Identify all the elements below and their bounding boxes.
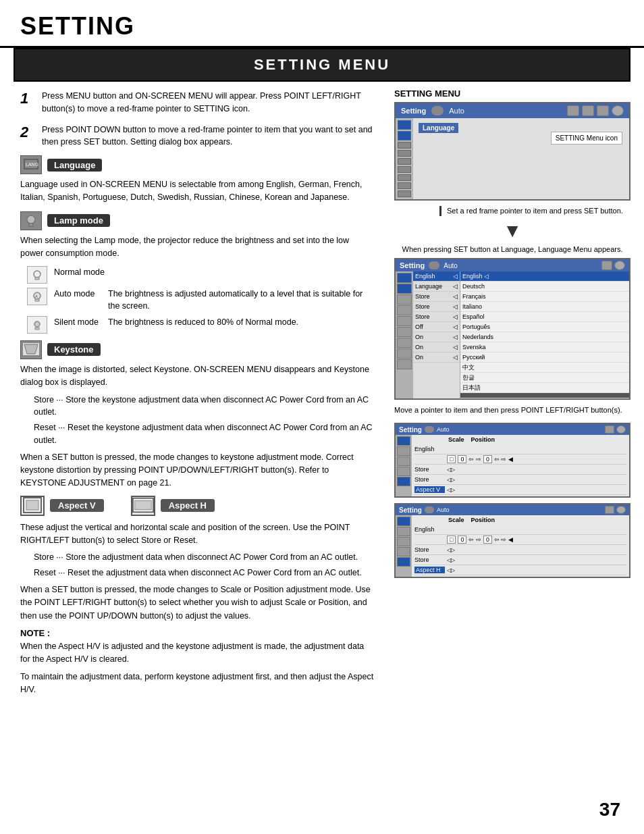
lamp-normal-item: Normal mode — [27, 266, 374, 284]
lang-center-on1: On◁ — [413, 332, 460, 342]
aspect-h-panel: Setting Auto — [394, 503, 630, 578]
sidebar-item-6 — [398, 166, 411, 173]
keystone-feature-label: Keystone — [20, 340, 374, 359]
svg-rect-3 — [29, 224, 33, 226]
silent-mode-label: Silent mode — [54, 316, 101, 327]
lang-korean: 한글 — [460, 373, 629, 383]
lang-panel-icon — [429, 261, 439, 269]
lang-espanol: Español — [460, 312, 629, 322]
language-icon: LANG — [20, 155, 42, 174]
asp-h-btn2 — [616, 506, 626, 514]
lamp-silent-item: Silent mode The brightness is reduced to… — [27, 316, 374, 334]
aspect-store: Store ··· Store the adjustment data when… — [34, 551, 374, 564]
aspect-h-icon — [131, 496, 155, 516]
step-2: 2 Press POINT DOWN button to move a red-… — [20, 124, 374, 149]
asp-v-pos-header: Position — [471, 436, 495, 443]
language-description: Language used in ON-SCREEN MENU is selec… — [20, 178, 374, 205]
setting-menu-panel: Setting Auto — [394, 102, 630, 201]
note-label: NOTE : — [20, 628, 374, 638]
lang-center-store1: Store◁ — [413, 292, 460, 302]
lang-sidebar-1 — [397, 273, 412, 283]
keystone-badge: Keystone — [47, 343, 101, 356]
menu-icon-label: SETTING Menu icon — [556, 134, 618, 142]
lang-portugues: Português — [460, 322, 629, 332]
normal-mode-label: Normal mode — [54, 266, 105, 277]
svg-point-2 — [27, 215, 35, 224]
step-1-text: Press MENU button and ON-SCREEN MENU wil… — [42, 90, 374, 115]
language-feature-label: LANG Language — [20, 155, 374, 174]
asp-h-pos-header: Position — [471, 517, 495, 523]
lang-center-english: English◁ — [413, 271, 460, 282]
keystone-set-note: When a SET button is pressed, the mode c… — [20, 451, 374, 490]
language-menu-indicator: Language — [419, 123, 458, 133]
auto-mode-icon: A — [27, 288, 47, 305]
topbar-btn3 — [597, 105, 609, 116]
lamp-description: When selecting the Lamp mode, the projec… — [20, 234, 374, 261]
asp-h-icon — [425, 506, 434, 513]
asp-h-btn1 — [605, 506, 614, 514]
lang-deutsch: Deutsch — [460, 282, 629, 292]
red-frame-note-area: Set a red frame pointer to item and pres… — [394, 206, 630, 216]
language-panel: Setting Auto — [394, 258, 630, 400]
note-line-1: When the Aspect H/V is adjusted and the … — [20, 640, 374, 667]
topbar-btn1 — [567, 105, 579, 116]
sidebar-item-3 — [398, 142, 411, 149]
asp-h-row-icon: □ 0 ⇦ ⇨ 0 ⇦ ⇨ ◀ — [414, 535, 626, 545]
right-column: SETTING MENU Setting Auto — [387, 82, 644, 714]
lang-italiano: Italiano — [460, 302, 629, 312]
lang-center-language: Language◁ — [413, 282, 460, 292]
asp-v-btn1 — [605, 425, 614, 434]
asp-h-row-store1: Store ◁▷ — [414, 545, 626, 555]
asp-v-setting: Setting — [399, 426, 422, 434]
asp-h-setting: Setting — [399, 506, 422, 514]
aspect-v-panel: Setting Auto — [394, 423, 630, 498]
arrow-down: ▼ — [394, 220, 630, 242]
silent-mode-icon — [27, 316, 47, 334]
asp-v-row-store1: Store ◁▷ — [414, 465, 626, 475]
asp-v-row-english: English — [414, 444, 626, 454]
lang-sidebar-6 — [397, 327, 412, 337]
asp-v-sb2 — [397, 446, 410, 456]
sidebar-item-active — [398, 120, 411, 130]
asp-h-sb5 — [397, 557, 410, 567]
asp-v-btn2 — [616, 425, 626, 434]
normal-mode-icon — [27, 266, 47, 284]
lang-sidebar-4 — [397, 305, 412, 315]
lang-russian: Русский — [460, 353, 629, 363]
asp-v-sb5 — [397, 477, 410, 486]
keystone-icon — [20, 340, 42, 359]
page-title: SETTING — [20, 12, 624, 41]
sidebar-item-8 — [398, 182, 411, 189]
lang-panel-setting: Setting — [400, 261, 425, 269]
asp-v-auto: Auto — [437, 426, 450, 433]
asp-v-sb1 — [397, 436, 410, 446]
aspect-h-badge: Aspect H — [161, 499, 215, 512]
lang-francais: Français — [460, 292, 629, 302]
svg-point-12 — [34, 321, 40, 327]
topbar-btn4 — [612, 105, 624, 116]
step-1: 1 Press MENU button and ON-SCREEN MENU w… — [20, 90, 374, 115]
sidebar-item-7 — [398, 174, 411, 181]
asp-h-sb3 — [397, 537, 410, 546]
aspect-reset: Reset ··· Reset the adjustment data when… — [34, 567, 374, 579]
aspect-v-icon — [20, 496, 45, 516]
sidebar-item-2 — [398, 131, 411, 140]
page-number: 37 — [599, 799, 620, 820]
lamp-mode-badge: Lamp mode — [47, 214, 110, 227]
svg-marker-15 — [24, 344, 38, 354]
svg-rect-8 — [35, 278, 39, 280]
red-frame-note: Set a red frame pointer to item and pres… — [447, 206, 623, 216]
sidebar-item-5 — [398, 158, 411, 165]
asp-h-auto: Auto — [437, 506, 450, 513]
lang-topbar-btn1 — [601, 261, 612, 270]
asp-v-row-aspectv: Aspect V ◁▷ — [414, 485, 626, 495]
topbar-auto-label: Auto — [449, 107, 464, 115]
lang-chinese: 中文 — [460, 363, 629, 373]
asp-h-row-aspecth: Aspect H ◁▷ — [414, 565, 626, 575]
asp-v-scale-header: Scale — [448, 436, 464, 443]
lang-center-store2: Store◁ — [413, 302, 460, 312]
left-column: 1 Press MENU button and ON-SCREEN MENU w… — [0, 82, 387, 714]
lang-sidebar-8 — [397, 348, 412, 359]
note-line-2: To maintain the adjustment data, perform… — [20, 671, 374, 697]
aspect-set-note: When a SET button is pressed, the mode c… — [20, 583, 374, 623]
